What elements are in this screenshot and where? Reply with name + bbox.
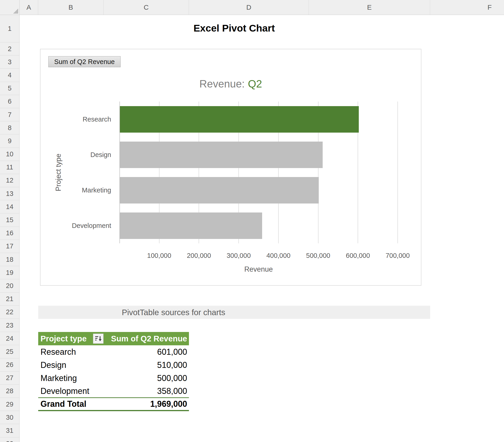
sheet-title: Excel Pivot Chart: [38, 22, 430, 34]
pivot-field-button[interactable]: Sum of Q2 Revenue: [48, 56, 121, 67]
column-header-D[interactable]: D: [189, 0, 309, 15]
x-tick-label-500,000: 500,000: [306, 252, 330, 259]
row-header-20[interactable]: 20: [0, 279, 19, 292]
grand-total-value: 1,969,000: [104, 399, 189, 409]
pivot-row-value[interactable]: 601,000: [104, 347, 189, 357]
bar-development[interactable]: [120, 212, 262, 239]
spreadsheet: ABCDEF 123456789101112131415161718192021…: [0, 0, 504, 442]
pivot-row-label[interactable]: Marketing: [38, 373, 104, 383]
pivot-row-value[interactable]: 500,000: [104, 373, 189, 383]
select-all-corner[interactable]: [0, 0, 19, 15]
column-header-A[interactable]: A: [19, 0, 38, 15]
pivot-row-value[interactable]: 510,000: [104, 360, 189, 370]
x-tick-label-600,000: 600,000: [346, 252, 370, 259]
x-tick-label-700,000: 700,000: [385, 252, 410, 259]
pivot-row-label[interactable]: Development: [38, 386, 104, 396]
row-header-29[interactable]: 29: [0, 398, 19, 411]
bar-design[interactable]: [120, 142, 323, 168]
row-header-25[interactable]: 25: [0, 345, 19, 358]
row-header-1[interactable]: 1: [0, 15, 19, 42]
row-header-22[interactable]: 22: [0, 306, 19, 319]
chart-title-prefix: Revenue:: [199, 78, 245, 90]
pivot-header-value-field: Sum of Q2 Revenue: [104, 334, 189, 343]
x-tick-label-200,000: 200,000: [187, 252, 211, 259]
pivot-total-row[interactable]: Grand Total 1,969,000: [38, 398, 189, 411]
row-header-7[interactable]: 7: [0, 108, 19, 121]
row-header-10[interactable]: 10: [0, 148, 19, 161]
row-header-21[interactable]: 21: [0, 293, 19, 306]
row-header-18[interactable]: 18: [0, 253, 19, 266]
pivot-table: Project type Sum of Q2 Revenue Research6…: [38, 332, 189, 411]
column-header-B[interactable]: B: [38, 0, 104, 15]
bar-research[interactable]: [120, 106, 359, 133]
column-headers: ABCDEF: [19, 0, 504, 15]
pivot-sources-banner-text: PivotTable sources for charts: [38, 306, 309, 319]
sheet-canvas: Excel Pivot Chart Sum of Q2 Revenue Reve…: [19, 15, 504, 442]
column-header-F[interactable]: F: [430, 0, 504, 15]
chart-title-highlight: Q2: [248, 78, 262, 90]
row-header-4[interactable]: 4: [0, 69, 19, 82]
row-header-17[interactable]: 17: [0, 240, 19, 253]
column-header-C[interactable]: C: [104, 0, 189, 15]
x-tick-label-400,000: 400,000: [266, 252, 290, 259]
row-header-28[interactable]: 28: [0, 385, 19, 398]
pivot-chart[interactable]: Sum of Q2 Revenue Revenue:Q2 ResearchDes…: [40, 49, 421, 286]
row-header-27[interactable]: 27: [0, 371, 19, 385]
x-tick-label-100,000: 100,000: [147, 252, 171, 259]
row-header-19[interactable]: 19: [0, 266, 19, 279]
row-header-31[interactable]: 31: [0, 424, 19, 437]
row-header-8[interactable]: 8: [0, 121, 19, 134]
row-header-6[interactable]: 6: [0, 95, 19, 108]
pivot-header-row-field-cell[interactable]: Project type: [38, 332, 104, 345]
bar-marketing[interactable]: [120, 177, 319, 203]
pivot-row-research[interactable]: Research601,000: [38, 345, 189, 358]
grand-total-label: Grand Total: [38, 399, 104, 409]
x-tick-label-300,000: 300,000: [227, 252, 251, 259]
row-header-24[interactable]: 24: [0, 332, 19, 345]
row-headers: 1234567891011121314151617181920212223242…: [0, 15, 19, 442]
column-header-E[interactable]: E: [309, 0, 430, 15]
pivot-row-value[interactable]: 358,000: [104, 386, 189, 396]
pivot-row-marketing[interactable]: Marketing500,000: [38, 371, 189, 385]
row-header-32[interactable]: 32: [0, 437, 19, 442]
category-label-marketing: Marketing: [40, 185, 111, 195]
pivot-row-design[interactable]: Design510,000: [38, 358, 189, 371]
row-header-16[interactable]: 16: [0, 227, 19, 240]
category-label-research: Research: [40, 115, 111, 124]
pivot-header-row-field: Project type: [40, 334, 87, 343]
row-header-23[interactable]: 23: [0, 319, 19, 332]
pivot-body: Research601,000Design510,000Marketing500…: [38, 345, 189, 398]
row-header-30[interactable]: 30: [0, 411, 19, 424]
x-axis-title: Revenue: [119, 265, 398, 274]
category-label-design: Design: [40, 150, 111, 159]
row-header-15[interactable]: 15: [0, 213, 19, 226]
pivot-row-development[interactable]: Development358,000: [38, 385, 189, 398]
pivot-sources-banner-cell[interactable]: PivotTable sources for charts: [38, 306, 430, 319]
pivot-header-row: Project type Sum of Q2 Revenue: [38, 332, 189, 345]
row-header-13[interactable]: 13: [0, 187, 19, 200]
pivot-row-label[interactable]: Research: [38, 347, 104, 357]
gridline-700,000: [397, 102, 398, 243]
sort-arrow-glyph: [95, 335, 102, 342]
category-label-development: Development: [40, 221, 111, 230]
row-header-14[interactable]: 14: [0, 200, 19, 213]
row-header-12[interactable]: 12: [0, 174, 19, 187]
sort-descending-icon[interactable]: [93, 333, 104, 344]
row-header-3[interactable]: 3: [0, 55, 19, 69]
row-header-26[interactable]: 26: [0, 358, 19, 371]
chart-title: Revenue:Q2: [40, 78, 421, 90]
row-header-9[interactable]: 9: [0, 134, 19, 147]
plot-area: [119, 102, 444, 243]
row-header-5[interactable]: 5: [0, 82, 19, 95]
row-header-2[interactable]: 2: [0, 42, 19, 55]
pivot-row-label[interactable]: Design: [38, 360, 104, 370]
y-axis-title: Project type: [54, 154, 63, 191]
row-header-11[interactable]: 11: [0, 161, 19, 174]
